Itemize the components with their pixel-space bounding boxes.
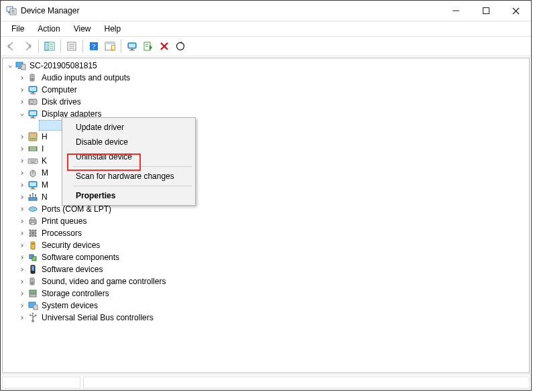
tree-node-swdev[interactable]: Software devices <box>3 263 529 275</box>
keyboard-icon <box>27 155 39 166</box>
scan-hardware-button[interactable] <box>173 39 188 54</box>
expand-icon[interactable] <box>17 73 27 83</box>
tree-node-processors[interactable]: Processors <box>3 227 529 239</box>
tree-node-label: Audio inputs and outputs <box>42 73 130 82</box>
window-controls <box>440 1 531 21</box>
computer-button[interactable] <box>125 39 139 54</box>
svg-rect-11 <box>45 42 48 50</box>
expand-icon[interactable] <box>17 228 27 239</box>
tree-node-audio[interactable]: Audio inputs and outputs <box>3 72 529 84</box>
expand-icon[interactable] <box>17 216 27 226</box>
svg-rect-113 <box>29 294 36 297</box>
svg-point-38 <box>31 78 34 80</box>
expand-icon[interactable] <box>17 253 27 263</box>
svg-rect-57 <box>32 138 34 139</box>
expand-icon[interactable] <box>17 204 27 214</box>
tree-node-system[interactable]: System devices <box>3 300 529 312</box>
tree-node-label: M <box>42 180 48 190</box>
tree-node-label: System devices <box>42 301 98 310</box>
svg-rect-108 <box>32 266 34 271</box>
expand-icon[interactable] <box>17 265 27 275</box>
svg-rect-74 <box>30 189 36 190</box>
menu-file[interactable]: File <box>5 23 31 35</box>
tree-node-label: Print queues <box>42 216 86 226</box>
menu-help[interactable]: Help <box>98 23 128 35</box>
svg-rect-42 <box>32 92 34 94</box>
tree-node-computer[interactable]: Computer <box>3 84 529 96</box>
expand-icon[interactable] <box>17 85 27 95</box>
properties-button[interactable] <box>64 39 79 54</box>
expand-icon[interactable] <box>17 192 27 202</box>
tree-node-storage[interactable]: Storage controllers <box>3 287 529 300</box>
expand-icon[interactable] <box>17 156 27 166</box>
expand-icon[interactable] <box>17 97 27 107</box>
tree-node-label: Ports (COM & LPT) <box>42 204 111 214</box>
speaker-icon <box>27 276 39 287</box>
expand-icon[interactable] <box>17 289 27 299</box>
port-icon <box>27 204 39 214</box>
tree-node-label: K <box>42 156 47 166</box>
minimize-button[interactable] <box>440 1 471 21</box>
toolbar-separator <box>121 40 121 53</box>
expand-icon[interactable] <box>17 180 27 190</box>
expand-icon[interactable] <box>17 301 27 311</box>
menu-view[interactable]: View <box>67 23 98 35</box>
svg-rect-58 <box>34 138 36 139</box>
cpu-icon <box>27 228 39 239</box>
content-area: SC-201905081815 Audio inputs and outputs… <box>1 56 531 390</box>
toolbar-separator <box>38 40 39 53</box>
expand-icon[interactable] <box>17 241 27 251</box>
tree-node-usb[interactable]: Universal Serial Bus controllers <box>3 312 529 324</box>
tree-node-security[interactable]: Security devices <box>3 239 529 251</box>
help-button[interactable]: ? <box>86 39 101 54</box>
storage-icon <box>27 288 39 299</box>
action-panel-button[interactable] <box>103 39 117 54</box>
svg-point-33 <box>177 43 184 50</box>
tree-node-label: H <box>42 132 48 141</box>
tree-root[interactable]: SC-201905081815 <box>3 60 529 72</box>
context-menu-update_driver[interactable]: Update driver <box>64 120 194 135</box>
hid-icon <box>27 131 39 142</box>
expand-icon[interactable] <box>17 132 27 142</box>
context-menu-uninstall_device[interactable]: Uninstall device <box>64 149 194 164</box>
tree-node-printq[interactable]: Print queues <box>3 215 529 227</box>
svg-rect-90 <box>32 232 34 235</box>
svg-rect-72 <box>29 182 36 186</box>
status-pane-left <box>2 377 80 389</box>
context-menu-scan_hardware[interactable]: Scan for hardware changes <box>64 169 194 184</box>
tree-view[interactable]: SC-201905081815 Audio inputs and outputs… <box>2 58 530 373</box>
tree-node-swcomp[interactable]: Software components <box>3 251 529 263</box>
context-menu-properties[interactable]: Properties <box>64 188 194 203</box>
maximize-button[interactable] <box>471 1 501 21</box>
close-button[interactable] <box>501 1 531 21</box>
context-menu-disable_device[interactable]: Disable device <box>64 135 194 149</box>
tree-root-label: SC-201905081815 <box>29 61 97 70</box>
svg-rect-43 <box>30 94 36 94</box>
svg-point-83 <box>30 208 31 209</box>
svg-rect-5 <box>11 13 15 13</box>
svg-rect-75 <box>29 198 37 200</box>
install-driver-button[interactable] <box>141 39 156 54</box>
svg-rect-25 <box>129 44 135 48</box>
expand-icon[interactable] <box>17 277 27 287</box>
expand-icon[interactable] <box>17 110 27 119</box>
svg-point-110 <box>31 281 34 284</box>
menu-action[interactable]: Action <box>31 23 66 35</box>
mouse-icon <box>27 168 39 178</box>
tree-node-disk[interactable]: Disk drives <box>3 96 529 108</box>
expand-icon[interactable] <box>5 62 15 70</box>
show-hide-tree-button[interactable] <box>42 39 57 54</box>
expand-icon[interactable] <box>17 168 27 178</box>
svg-rect-22 <box>105 42 115 44</box>
expand-icon[interactable] <box>17 144 27 154</box>
tree-node-label: N <box>42 192 48 202</box>
svg-rect-41 <box>29 87 36 91</box>
swdev-icon <box>27 264 39 275</box>
svg-rect-103 <box>31 242 35 249</box>
svg-point-84 <box>32 208 33 209</box>
tree-node-sound[interactable]: Sound, video and game controllers <box>3 275 529 287</box>
app-icon <box>6 5 17 16</box>
svg-rect-27 <box>129 50 135 51</box>
uninstall-button[interactable] <box>157 39 172 54</box>
expand-icon[interactable] <box>17 313 27 323</box>
